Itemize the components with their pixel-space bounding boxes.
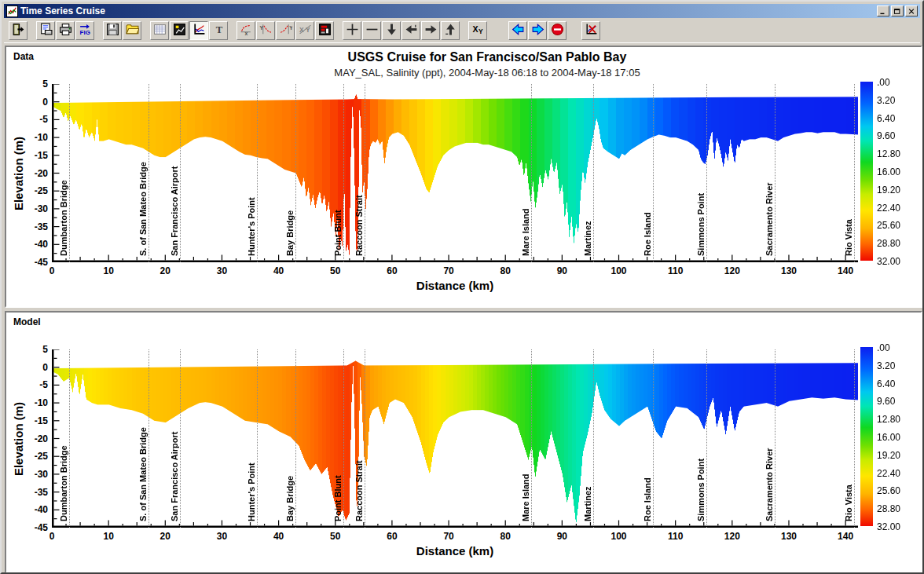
crosshair-button[interactable] — [343, 21, 361, 40]
plot-properties-icon — [173, 23, 186, 38]
fig-export-icon: FIG — [79, 23, 92, 38]
x-tick-label: 40 — [273, 265, 284, 276]
colorbar-tick-label: 3.20 — [877, 360, 895, 371]
table-view-button[interactable] — [150, 21, 169, 40]
stop-sign-icon — [551, 23, 564, 38]
svg-text:Y: Y — [289, 25, 292, 31]
y-tick-label: 5 — [21, 344, 48, 355]
landmark-label: Martinez — [583, 221, 592, 256]
colorbar-tick-label: 12.80 — [877, 148, 900, 159]
pan-down-button[interactable] — [382, 21, 401, 40]
colorbar-tick-label: 22.40 — [877, 203, 900, 214]
landmark-line — [653, 349, 654, 528]
x-tick-label: 70 — [443, 531, 453, 542]
export-fig-button[interactable]: FIG — [75, 21, 94, 40]
model-panel: Model01020304050607080901001101201301405… — [5, 311, 922, 573]
toolbar-group-4: xYYXY — [236, 21, 335, 40]
pan-up-button[interactable] — [441, 21, 460, 40]
text-label-button[interactable]: T — [209, 21, 228, 40]
colorbar-legend-icon — [318, 23, 332, 38]
chart-title: USGS Cruise for San Francisco/San Pablo … — [61, 50, 913, 64]
landmark-label: Point Blunt — [333, 475, 343, 521]
landmark-line — [706, 349, 707, 528]
landmark-line — [854, 349, 855, 528]
landmark-line — [365, 349, 365, 528]
colorbar-tick-label: 3.20 — [877, 95, 895, 106]
y-axis-right-scale-button[interactable]: Y — [276, 21, 295, 40]
save-icon — [106, 23, 119, 38]
colorbar-tick-label: 19.20 — [877, 450, 900, 461]
panel-label: Data — [13, 51, 34, 62]
next-step-button[interactable] — [528, 21, 547, 40]
prev-step-button[interactable] — [508, 21, 527, 40]
exit-button[interactable] — [9, 21, 28, 40]
x-tick-label: 120 — [724, 265, 740, 276]
landmark-line — [295, 84, 296, 262]
plot-view-icon — [192, 23, 206, 38]
landmark-label: Bay Bridge — [285, 210, 295, 256]
toolbar-group-1: FIG — [36, 21, 95, 40]
plot-close-icon — [585, 23, 598, 38]
x-tick-label: 100 — [611, 531, 627, 542]
toolbar-group-2 — [103, 21, 142, 40]
axis-xy-off-icon: XY — [299, 23, 312, 38]
landmark-line — [593, 349, 594, 528]
x-tick-label: 0 — [50, 531, 55, 542]
close-plot-button[interactable] — [581, 21, 600, 40]
minimize-button[interactable] — [877, 5, 889, 16]
x-axis-scale-button[interactable]: x — [236, 21, 255, 40]
landmark-label: Mare Island — [521, 473, 530, 521]
x-tick-label: 130 — [781, 265, 797, 276]
x-tick-label: 140 — [838, 265, 853, 276]
toolbar-group-0 — [9, 21, 28, 40]
save-button[interactable] — [103, 21, 122, 40]
maximize-button[interactable] — [891, 5, 904, 16]
y-axis-left-scale-button[interactable]: Y — [256, 21, 275, 40]
open-button[interactable] — [123, 21, 141, 40]
print-preview-button[interactable] — [36, 21, 55, 40]
folder-open-icon — [126, 23, 139, 38]
stop-button[interactable] — [548, 21, 566, 40]
landmark-label: Roe Island — [643, 477, 652, 521]
landmark-line — [148, 84, 149, 262]
title-bar[interactable]: Time Series Cruise — [4, 4, 920, 18]
text-t-icon: T — [212, 23, 226, 38]
colorbar-tick-label: 6.40 — [877, 113, 895, 124]
landmark-line — [854, 84, 855, 262]
colorbar-tick-label: 6.40 — [877, 378, 895, 389]
app-window: Time Series Cruise FIGTxYYXYXY DataUSGS … — [0, 0, 924, 574]
data-panel-plot-area: DataUSGS Cruise for San Francisco/San Pa… — [6, 47, 921, 306]
landmark-line — [257, 84, 258, 262]
close-button[interactable] — [905, 5, 918, 16]
chart-subtitle: MAY_SAL, Salinity (ppt), 2004-May-18 06:… — [61, 67, 913, 79]
landmark-line — [531, 84, 532, 262]
print-button[interactable] — [56, 21, 75, 40]
landmark-line — [148, 349, 149, 528]
svg-text:T: T — [215, 24, 222, 35]
toolbar-group-5 — [343, 21, 460, 40]
landmark-label: Mare Island — [521, 208, 530, 256]
colorbar-legend-button[interactable] — [315, 21, 334, 40]
horizontal-line-button[interactable] — [362, 21, 381, 40]
landmark-line — [343, 349, 344, 528]
svg-text:x: x — [244, 31, 248, 36]
plot-properties-button[interactable] — [170, 21, 189, 40]
xy-axes-button[interactable]: XY — [295, 21, 314, 40]
x-tick-label: 80 — [500, 531, 511, 542]
pan-left-button[interactable] — [402, 21, 420, 40]
colorbar-tick-label: 19.20 — [877, 185, 900, 196]
pan-right-button[interactable] — [421, 21, 440, 40]
colorbar — [860, 347, 873, 526]
data-panel: DataUSGS Cruise for San Francisco/San Pa… — [5, 46, 922, 308]
arrow-down-icon — [385, 23, 398, 38]
landmark-line — [775, 84, 776, 262]
landmark-label: Dumbarton Bridge — [59, 445, 68, 521]
colorbar-tick-label: 9.60 — [877, 396, 895, 407]
cross-plus-icon — [346, 23, 359, 38]
arrow-right-icon — [424, 23, 438, 38]
x-tick-label: 60 — [387, 265, 397, 276]
xy-readout-button[interactable]: XY — [468, 21, 487, 40]
plot-view-button[interactable] — [189, 21, 208, 40]
colorbar-tick-label: 28.80 — [877, 503, 900, 514]
colorbar-tick-label: .00 — [877, 77, 890, 88]
